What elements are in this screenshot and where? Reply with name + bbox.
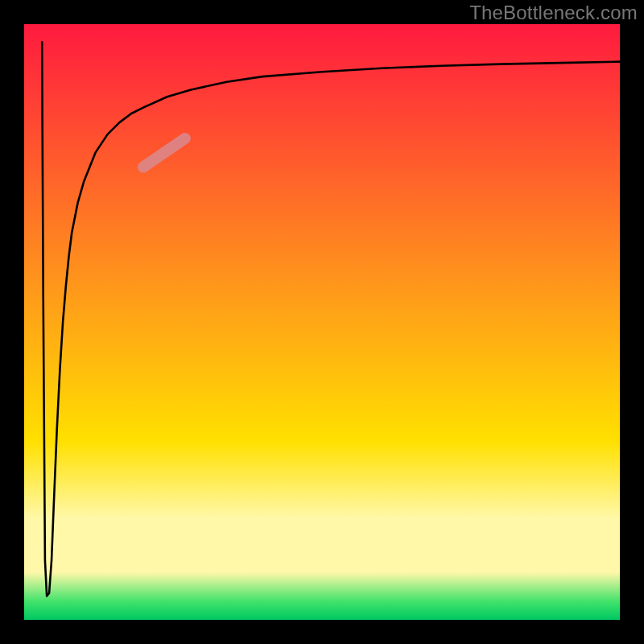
chart-container: TheBottleneck.com — [0, 0, 644, 644]
plot-background — [24, 24, 620, 620]
watermark-text: TheBottleneck.com — [469, 2, 638, 24]
chart-svg — [0, 0, 644, 644]
